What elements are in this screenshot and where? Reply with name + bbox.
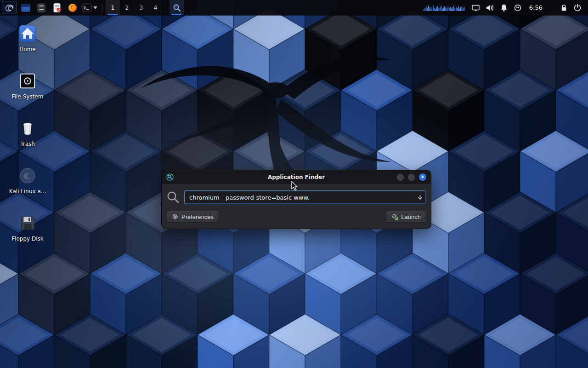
- desktop-icon-file-system[interactable]: File System: [6, 71, 50, 100]
- activity-graph[interactable]: [421, 0, 469, 15]
- dialog-body: Preferences Launch: [162, 184, 431, 229]
- window-manager-launcher[interactable]: [19, 1, 32, 14]
- maximize-button[interactable]: [408, 174, 415, 181]
- desktop-icon-label: Home: [19, 46, 35, 52]
- desktop-icon-home[interactable]: Home: [6, 24, 50, 52]
- terminal-launcher[interactable]: [82, 1, 97, 14]
- desktop-icon-column: Home File System Trash: [6, 24, 50, 242]
- window-controls: ✕: [397, 173, 426, 181]
- trash-icon: [18, 119, 37, 138]
- firefox-launcher[interactable]: [66, 1, 79, 14]
- floppy-disk-icon: [18, 213, 37, 233]
- button-row: Preferences Launch: [166, 211, 426, 223]
- file-manager-launcher[interactable]: [35, 1, 48, 14]
- application-finder-window: Application Finder ✕: [162, 170, 431, 229]
- search-row: [166, 190, 426, 204]
- window-title: Application Finder: [162, 174, 431, 180]
- window-icon: [21, 3, 31, 13]
- workspace-2[interactable]: 2: [120, 0, 134, 15]
- top-panel: 1 2 3 4: [0, 0, 588, 15]
- preferences-label: Preferences: [181, 213, 214, 220]
- volume-icon[interactable]: [483, 0, 497, 15]
- workspace-3-label: 3: [139, 4, 143, 11]
- desktop-icon-kali-linux[interactable]: Kali Linux a...: [6, 166, 50, 195]
- terminal-icon: [82, 3, 92, 12]
- screen-icon[interactable]: [469, 0, 483, 15]
- search-icon-large: [166, 190, 180, 204]
- workspace-1[interactable]: 1: [106, 0, 120, 15]
- kali-ghost-icon: [18, 166, 37, 185]
- chevron-down-icon[interactable]: [93, 6, 97, 9]
- preferences-button[interactable]: Preferences: [166, 211, 219, 223]
- workspace-3[interactable]: 3: [134, 0, 148, 15]
- lock-icon[interactable]: [557, 0, 571, 15]
- desktop-icon-label: Kali Linux a...: [9, 188, 46, 195]
- panel-separator: [166, 4, 166, 12]
- text-editor-launcher[interactable]: [51, 1, 63, 14]
- close-icon: ✕: [421, 175, 424, 179]
- file-cabinet-icon: [36, 3, 46, 13]
- notifications-bell-icon[interactable]: [497, 0, 511, 15]
- search-input-wrap: [184, 190, 426, 204]
- home-icon: [18, 24, 37, 43]
- search-input[interactable]: [184, 190, 426, 204]
- search-icon: [173, 4, 181, 12]
- clock[interactable]: 6:56: [525, 4, 547, 11]
- application-finder-taskbar-button[interactable]: [170, 0, 184, 15]
- desktop-icon-label: File System: [12, 93, 44, 100]
- text-editor-icon: [52, 3, 62, 13]
- desktop-icon-label: Floppy Disk: [11, 236, 44, 242]
- titlebar[interactable]: Application Finder ✕: [162, 170, 431, 184]
- launch-icon: [391, 213, 398, 220]
- workspace-4-label: 4: [153, 4, 157, 11]
- dropdown-arrow-icon[interactable]: [417, 195, 423, 201]
- application-finder-icon: [166, 173, 174, 181]
- desktop-icon-label: Trash: [20, 141, 35, 147]
- workspace-2-label: 2: [125, 4, 129, 11]
- workspace-4[interactable]: 4: [148, 0, 163, 15]
- panel-separator: [102, 4, 102, 12]
- gear-icon: [172, 213, 178, 220]
- launch-button[interactable]: Launch: [386, 211, 426, 223]
- kali-menu-button[interactable]: [2, 1, 17, 14]
- minimize-button[interactable]: [397, 174, 404, 181]
- panel-left: 1 2 3 4: [0, 0, 184, 15]
- logout-power-icon[interactable]: [571, 0, 584, 15]
- close-button[interactable]: ✕: [419, 173, 426, 181]
- file-system-icon: [18, 71, 37, 91]
- system-tray: 6:56: [421, 0, 588, 15]
- desktop-icon-floppy-disk[interactable]: Floppy Disk: [6, 213, 50, 242]
- kali-logo-icon: [4, 3, 14, 13]
- desktop-icon-trash[interactable]: Trash: [6, 119, 50, 147]
- firefox-icon: [68, 3, 78, 13]
- launch-label: Launch: [401, 213, 421, 220]
- updates-icon[interactable]: [511, 0, 525, 15]
- workspace-1-label: 1: [111, 4, 114, 11]
